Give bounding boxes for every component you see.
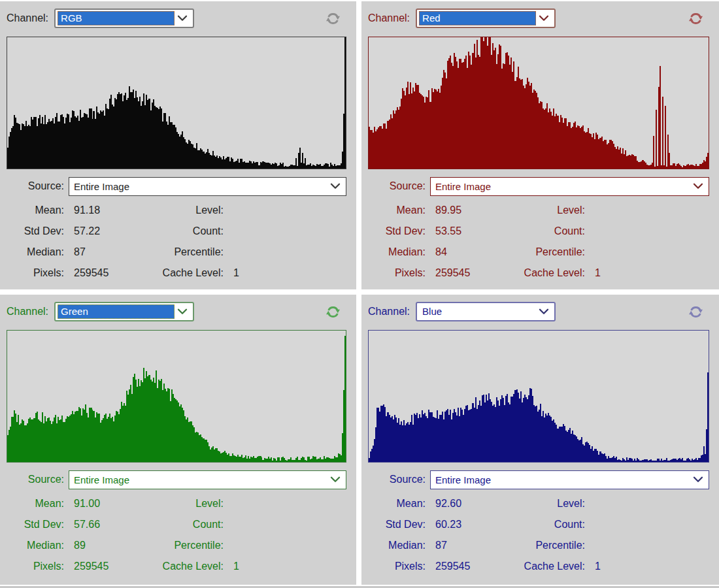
median-value: 89 [69, 538, 141, 553]
source-row: Source: Entire Image [368, 176, 709, 196]
pixels-value: 259545 [430, 266, 502, 280]
source-selected-value: Entire Image [431, 181, 690, 192]
stats-grid: Mean:89.95 Level: Std Dev:53.55 Count: M… [368, 203, 709, 280]
cache-level-value: 1 [228, 266, 346, 280]
source-label: Source: [368, 474, 426, 485]
channel-label: Channel: [7, 306, 48, 318]
count-label: Count: [507, 517, 585, 532]
histogram-panel-green: Channel: Green Source: Entire Image [0, 295, 356, 585]
percentile-value [590, 538, 709, 553]
stats-grid: Mean:91.18 Level: Std Dev:57.22 Count: M… [7, 203, 346, 280]
level-label: Level: [145, 497, 224, 511]
source-row: Source: Entire Image [7, 470, 346, 489]
cache-level-label: Cache Level: [145, 559, 224, 574]
mean-value: 91.18 [69, 203, 141, 218]
histogram-panel-red: Channel: Red Source: Entire Image [361, 1, 719, 289]
chevron-down-icon [539, 308, 549, 315]
count-label: Count: [145, 224, 224, 238]
source-label: Source: [7, 180, 64, 192]
channel-select-rgb[interactable]: RGB [54, 8, 194, 28]
pixels-value: 259545 [430, 559, 502, 574]
chevron-down-icon [177, 15, 188, 22]
level-value [590, 203, 709, 218]
mean-label: Mean: [7, 497, 64, 511]
pixels-label: Pixels: [7, 559, 64, 574]
mean-label: Mean: [7, 203, 64, 218]
channel-select-red[interactable]: Red [416, 8, 556, 28]
cache-level-label: Cache Level: [145, 266, 224, 280]
chevron-down-icon [693, 476, 703, 483]
cache-level-label: Cache Level: [507, 266, 585, 280]
refresh-icon[interactable] [688, 304, 704, 320]
channel-row: Channel: Green [7, 301, 346, 322]
median-value: 84 [430, 245, 502, 259]
refresh-icon[interactable] [325, 10, 341, 27]
channel-selected-value: Green [58, 304, 175, 319]
source-label: Source: [7, 474, 64, 485]
refresh-icon[interactable] [325, 304, 341, 320]
stddev-label: Std Dev: [7, 517, 64, 532]
median-value: 87 [69, 245, 141, 259]
pixels-label: Pixels: [368, 559, 426, 574]
channel-label: Channel: [368, 306, 410, 318]
source-select[interactable]: Entire Image [430, 470, 709, 489]
source-selected-value: Entire Image [431, 474, 690, 485]
histogram-panel-blue: Channel: Blue Source: Entire Image [361, 295, 719, 585]
cache-level-value: 1 [590, 559, 709, 574]
channel-row: Channel: Blue [368, 301, 709, 322]
count-value [228, 224, 346, 238]
median-value: 87 [430, 538, 502, 553]
percentile-label: Percentile: [145, 538, 224, 553]
source-row: Source: Entire Image [368, 470, 709, 489]
source-select[interactable]: Entire Image [430, 177, 709, 196]
source-selected-value: Entire Image [69, 474, 327, 485]
chevron-down-icon [539, 15, 549, 22]
source-label: Source: [368, 180, 426, 192]
source-select[interactable]: Entire Image [69, 470, 346, 489]
stddev-value: 53.55 [430, 224, 502, 238]
level-label: Level: [507, 203, 585, 218]
mean-label: Mean: [368, 203, 426, 218]
source-selected-value: Entire Image [69, 181, 327, 192]
percentile-value [590, 245, 709, 259]
stddev-label: Std Dev: [368, 517, 426, 532]
channel-select-green[interactable]: Green [54, 302, 194, 321]
histogram-chart-rgb [7, 37, 346, 169]
median-label: Median: [7, 245, 64, 259]
cache-level-value: 1 [228, 559, 346, 574]
mean-value: 91.00 [69, 497, 141, 511]
mean-value: 92.60 [430, 497, 502, 511]
stddev-label: Std Dev: [7, 224, 64, 238]
channel-selected-value: Red [419, 11, 536, 25]
pixels-label: Pixels: [368, 266, 426, 280]
chevron-down-icon [330, 476, 341, 483]
count-value [228, 517, 346, 532]
level-value [228, 203, 346, 218]
source-select[interactable]: Entire Image [69, 177, 346, 196]
count-value [590, 517, 709, 532]
chevron-down-icon [177, 308, 188, 315]
channel-selected-value: Blue [419, 304, 536, 319]
histogram-chart-blue [368, 330, 709, 463]
stddev-label: Std Dev: [368, 224, 426, 238]
median-label: Median: [368, 538, 426, 553]
stddev-value: 57.22 [69, 224, 141, 238]
histogram-panels-window: Channel: RGB Source: Entire Image [0, 0, 719, 588]
panel-grid: Channel: RGB Source: Entire Image [0, 1, 719, 585]
refresh-icon[interactable] [688, 10, 704, 27]
channel-select-blue[interactable]: Blue [416, 302, 556, 321]
cache-level-value: 1 [590, 266, 709, 280]
channel-selected-value: RGB [58, 11, 175, 25]
percentile-label: Percentile: [507, 538, 585, 553]
histogram-chart-green [7, 330, 346, 463]
chevron-down-icon [693, 183, 703, 189]
percentile-value [228, 538, 346, 553]
channel-label: Channel: [368, 12, 410, 24]
stats-grid: Mean:91.00 Level: Std Dev:57.66 Count: M… [7, 497, 346, 574]
percentile-label: Percentile: [507, 245, 585, 259]
level-value [228, 497, 346, 511]
median-label: Median: [7, 538, 64, 553]
chevron-down-icon [330, 183, 341, 189]
source-row: Source: Entire Image [7, 176, 346, 196]
count-label: Count: [507, 224, 585, 238]
